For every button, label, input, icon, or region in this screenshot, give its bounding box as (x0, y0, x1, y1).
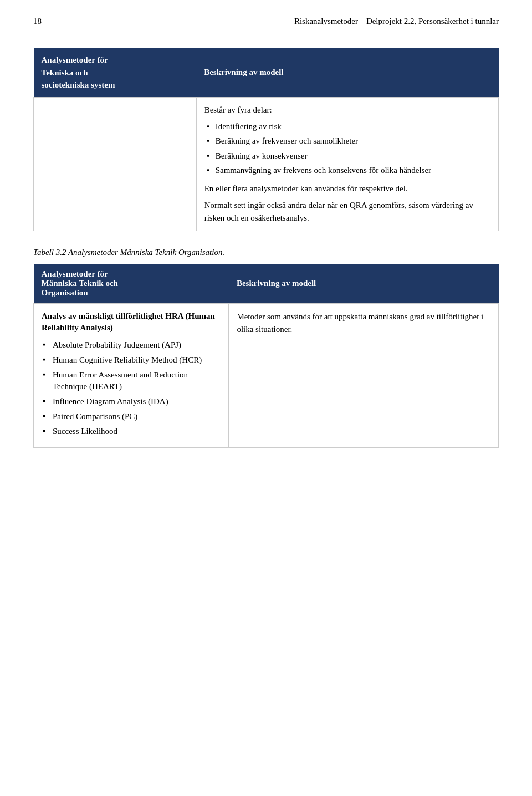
list-item: Influence Diagram Analysis (IDA) (42, 396, 221, 407)
table2-col1-header: Analysmetoder för Människa Teknik och Or… (34, 264, 229, 304)
list-item: Absolute Probability Judgement (APJ) (42, 339, 221, 351)
table1-right-cell: Består av fyra delar: Identifiering av r… (196, 97, 498, 231)
list-item: Beräkning av konsekvenser (204, 150, 490, 162)
table2-caption: Tabell 3.2 Analysmetoder Människa Teknik… (33, 248, 499, 257)
list-item: Sammanvägning av frekvens och konsekvens… (204, 164, 490, 177)
table-row: Består av fyra delar: Identifiering av r… (34, 97, 499, 231)
table2-bullet-list: Absolute Probability Judgement (APJ) Hum… (42, 339, 221, 437)
list-item: Identifiering av risk (204, 120, 490, 133)
list-item: Beräkning av frekvenser och sannolikhete… (204, 135, 490, 147)
table-manniska: Analysmetoder för Människa Teknik och Or… (33, 264, 499, 448)
table1-col1-header: Analysmetoder för Tekniska och sociotekn… (34, 48, 197, 97)
page-number: 18 (33, 17, 42, 26)
table1-bullet-list: Identifiering av risk Beräkning av frekv… (204, 120, 490, 177)
table2-left-cell: Analys av mänskligt tillförlitlighet HRA… (34, 304, 229, 448)
table-row: Analys av mänskligt tillförlitlighet HRA… (34, 304, 499, 448)
list-item: Human Cognitive Reliability Method (HCR) (42, 354, 221, 366)
list-item: Success Likelihood (42, 426, 221, 437)
table2-description: Metoder som används för att uppskatta mä… (237, 310, 490, 335)
table1-col2-header: Beskrivning av modell (196, 48, 498, 97)
table1-intro-text: Består av fyra delar: (204, 104, 490, 116)
table1-left-cell (34, 97, 197, 231)
table2-col2-header: Beskrivning av modell (229, 264, 499, 304)
table2-right-cell: Metoder som används för att uppskatta mä… (229, 304, 499, 448)
table2-intro-text: Analys av mänskligt tillförlitlighet HRA… (42, 310, 221, 334)
table1-para1: En eller flera analysmetoder kan använda… (204, 182, 490, 195)
page-header: 18 Riskanalysmetoder – Delprojekt 2.2, P… (33, 17, 499, 26)
list-item: Paired Comparisons (PC) (42, 411, 221, 422)
list-item: Human Error Assessment and Reduction Tec… (42, 369, 221, 392)
table1-para2: Normalt sett ingår också andra delar när… (204, 199, 490, 224)
table-tekniska: Analysmetoder för Tekniska och sociotekn… (33, 48, 499, 231)
page: 18 Riskanalysmetoder – Delprojekt 2.2, P… (0, 0, 532, 796)
document-title: Riskanalysmetoder – Delprojekt 2.2, Pers… (294, 17, 499, 26)
